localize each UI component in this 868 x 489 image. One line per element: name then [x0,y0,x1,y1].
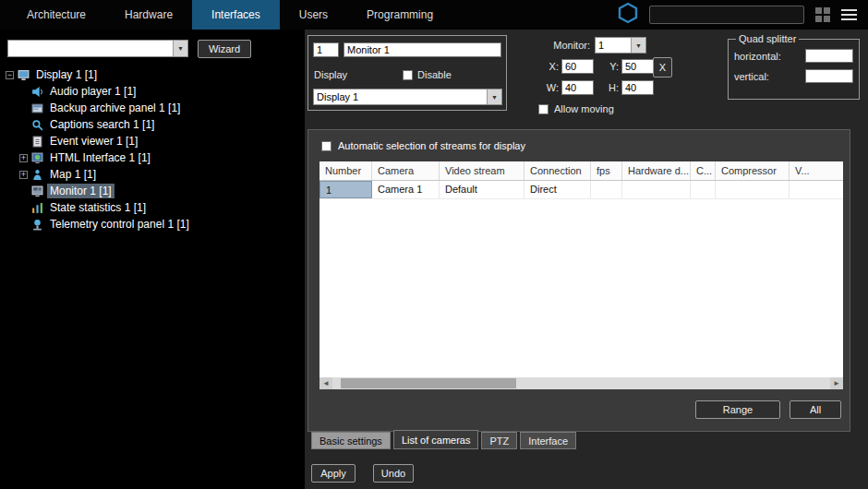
column-header-compressor[interactable]: Compressor [716,161,790,180]
cell-video-stream: Default [440,181,524,198]
monitor-number-select[interactable]: 1 ▼ [595,37,646,54]
w-label: W: [546,82,559,93]
w-input[interactable] [561,80,594,95]
tab-hardware[interactable]: Hardware [105,0,192,30]
tab-users[interactable]: Users [280,0,347,30]
close-position-button[interactable]: X [653,57,672,78]
tree-item-map[interactable]: + Map 1 [1] [6,166,301,183]
horizontal-label: horizontal: [734,51,781,62]
cell-number[interactable]: 1 [319,181,372,198]
main-nav-tabs: Architecture Hardware Interfaces Users P… [7,0,452,30]
scroll-right-icon[interactable]: ► [830,377,843,389]
tree-item-label: Telemetry control panel 1 [1] [47,217,192,232]
monitor-label: Monitor: [538,40,590,51]
object-tree-sidebar: ▼ Wizard − Display 1 [1] Audio player 1 … [0,30,305,489]
subtab-interface[interactable]: Interface [520,432,576,449]
cameras-table-header: Number Camera Video stream Connection fp… [319,161,843,181]
search-input[interactable] [649,6,804,24]
tree-item-audio-player[interactable]: Audio player 1 [1] [6,83,301,100]
cell-fps [591,181,622,198]
allow-moving-checkbox[interactable] [538,104,549,114]
scrollbar-thumb[interactable] [341,378,516,388]
h-label: H: [606,82,619,93]
object-id-input[interactable] [313,42,339,57]
y-input[interactable] [621,59,654,74]
tab-programming[interactable]: Programming [347,0,452,30]
tree-filter-combobox[interactable]: ▼ [7,40,188,57]
horizontal-scrollbar[interactable]: ◄ ► [319,377,843,389]
tree-item-backup-archive-panel[interactable]: Backup archive panel 1 [1] [6,100,301,116]
cell-camera: Camera 1 [372,181,440,198]
tree-item-label: Backup archive panel 1 [1] [47,101,183,115]
grid-view-icon[interactable] [815,7,830,22]
tree-item-label: Captions search 1 [1] [47,117,157,132]
h-input[interactable] [621,80,654,95]
tree-item-telemetry-control-panel[interactable]: Telemetry control panel 1 [1] [6,216,301,233]
tree-filter-value [8,41,173,56]
chevron-down-icon[interactable]: ▼ [487,89,501,104]
chevron-down-icon[interactable]: ▼ [631,38,645,53]
allow-moving-label: Allow moving [554,103,614,114]
display-label: Display [314,69,347,80]
all-button[interactable]: All [790,400,841,419]
range-button[interactable]: Range [695,400,780,419]
apply-button[interactable]: Apply [311,464,356,483]
y-label: Y: [606,61,619,72]
display-select[interactable]: Display 1 ▼ [313,89,502,105]
monitor-icon [31,185,43,197]
cell-compressor [716,181,790,198]
tree-item-state-statistics[interactable]: State statistics 1 [1] [6,199,301,216]
column-header-hardware[interactable]: Hardware d... [622,161,691,180]
x-label: X: [546,61,559,72]
cameras-table: Number Camera Video stream Connection fp… [319,161,843,389]
subtab-list-of-cameras[interactable]: List of cameras [393,430,479,449]
vertical-input[interactable] [805,69,853,83]
state-statistics-icon [31,202,43,214]
tab-architecture[interactable]: Architecture [7,0,105,30]
auto-stream-select-checkbox[interactable] [321,141,332,151]
scroll-left-icon[interactable]: ◄ [319,377,332,389]
tree-item-captions-search[interactable]: Captions search 1 [1] [6,116,301,133]
backup-archive-icon [31,102,43,114]
camera-list-panel: Automatic selection of streams for displ… [307,129,850,432]
column-header-c[interactable]: C... [691,161,716,180]
wizard-button[interactable]: Wizard [198,40,251,58]
tab-interfaces[interactable]: Interfaces [192,0,280,30]
disable-label: Disable [417,69,452,80]
cell-hardware [622,181,691,198]
telemetry-icon [31,219,43,231]
horizontal-input[interactable] [805,49,853,63]
captions-search-icon [31,119,43,131]
expand-icon[interactable]: + [19,171,28,179]
cell-v [790,181,843,198]
tree-item-label: State statistics 1 [1] [47,200,149,215]
settings-subtabs: Basic settings List of cameras PTZ Inter… [311,432,579,449]
subtab-ptz[interactable]: PTZ [481,432,517,449]
column-header-number[interactable]: Number [319,161,372,180]
undo-button[interactable]: Undo [373,464,414,483]
column-header-connection[interactable]: Connection [524,161,591,180]
quad-splitter-group: Quad splitter horizontal: vertical: [728,33,860,100]
tree-item-monitor[interactable]: Monitor 1 [1] [6,183,301,199]
chevron-down-icon[interactable]: ▼ [173,41,187,56]
object-name-input[interactable] [344,42,501,57]
column-header-v[interactable]: V... [790,161,843,180]
column-header-video-stream[interactable]: Video stream [440,161,524,180]
collapse-icon[interactable]: − [6,71,14,79]
tree-item-event-viewer[interactable]: Event viewer 1 [1] [6,133,301,149]
hexagon-logo-icon [618,2,638,28]
subtab-basic-settings[interactable]: Basic settings [311,432,391,449]
table-row[interactable]: 1 Camera 1 Default Direct [319,181,843,199]
map-icon [31,169,43,181]
expand-icon[interactable]: + [19,154,28,162]
tree-item-html-interface[interactable]: + HTML Interface 1 [1] [6,149,301,166]
display-select-value: Display 1 [314,89,487,104]
tree-item-display[interactable]: − Display 1 [1] [6,66,301,83]
disable-checkbox[interactable] [403,70,413,80]
column-header-camera[interactable]: Camera [372,161,440,180]
hamburger-menu-icon[interactable] [841,9,857,20]
x-input[interactable] [561,59,594,74]
column-header-fps[interactable]: fps [591,161,622,180]
top-navigation-bar: Architecture Hardware Interfaces Users P… [0,0,868,30]
monitor-identity-panel: Display Disable Display 1 ▼ [307,35,507,111]
